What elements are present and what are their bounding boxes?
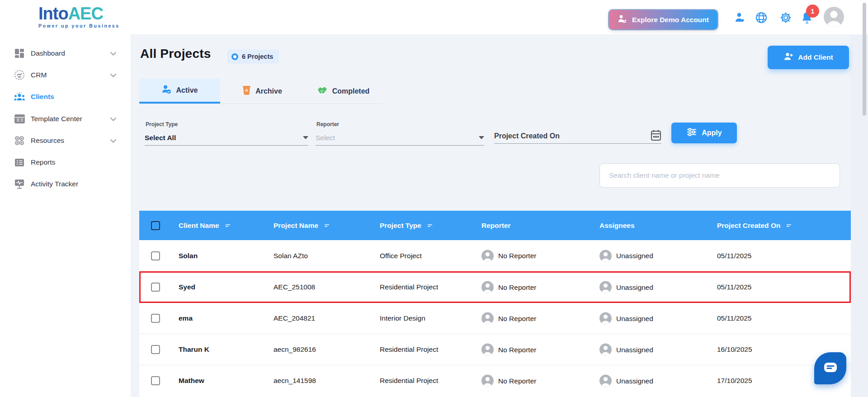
table-row[interactable]: Tharun K aecn_982616 Residential Project… [139,334,851,365]
demo-user-switch-icon [618,14,627,25]
reporter-select[interactable]: Select [316,130,484,146]
sidebar-item-activity-tracker[interactable]: Activity Tracker [0,175,131,193]
project-created-on-datepicker[interactable]: Project Created On [494,128,661,144]
column-header-project-name[interactable]: Project Name [274,222,330,230]
filter-sliders-icon [686,128,697,138]
project-type-cell: Interior Design [380,314,425,322]
project-name-cell: aecn_982616 [274,345,316,354]
chevron-down-icon [110,71,117,79]
table-body: Solan Solan AZto Office Project No Repor… [139,240,851,396]
app-logo[interactable]: IntoAEC Power up your Business [38,5,120,28]
assignee-avatar-icon [599,344,612,356]
assignees-cell: Unassigned [599,344,653,356]
dashboard-icon [14,47,25,59]
select-all-checkbox[interactable] [151,221,160,230]
reporter-cell: No Reporter [481,281,536,293]
apply-filters-button[interactable]: Apply [671,123,737,143]
reporter-value: No Reporter [498,377,536,385]
projects-table: Client Name Project Name Project Type Re… [139,211,851,397]
sidebar-item-label: Template Center [31,115,82,123]
table-row[interactable]: Syed AEC_251008 Residential Project No R… [139,271,851,302]
row-checkbox[interactable] [151,283,160,292]
explore-demo-account-label: Explore Demo Account [632,16,709,24]
assignee-avatar-icon [599,375,612,387]
project-type-cell: Residential Project [380,345,438,354]
sort-icon[interactable] [225,223,231,228]
reporter-avatar-icon [481,250,494,262]
search-input[interactable] [599,163,840,188]
assignees-cell: Unassigned [599,250,653,262]
tab-completed[interactable]: Completed [304,79,382,104]
table-header-row: Client Name Project Name Project Type Re… [139,211,851,240]
apply-label: Apply [702,129,722,137]
client-name-cell: Solan [179,252,198,260]
assignees-value: Unassigned [616,314,653,322]
assignees-cell: Unassigned [599,312,653,325]
project-type-select[interactable]: Select All [145,130,308,146]
sort-icon[interactable] [786,223,792,228]
assignees-value: Unassigned [616,252,653,260]
row-checkbox[interactable] [151,314,160,323]
created-on-cell: 05/11/2025 [717,283,751,291]
sidebar-item-clients[interactable]: Clients [0,88,131,106]
chevron-down-icon [110,49,117,57]
reporter-avatar-icon [481,312,494,325]
project-count-label: 6 Projects [242,53,273,60]
row-checkbox[interactable] [151,376,160,385]
active-person-check-icon [161,85,171,96]
project-name-cell: Solan AZto [274,252,308,260]
sidebar-item-reports[interactable]: Reports [0,153,131,171]
app-window: IntoAEC Power up your Business Explore D… [0,0,868,397]
column-header-project-type[interactable]: Project Type [380,222,433,230]
chat-widget-button[interactable] [814,352,846,384]
sidebar-item-resources[interactable]: Resources [0,132,131,150]
sort-icon[interactable] [324,223,330,228]
row-checkbox[interactable] [151,345,160,354]
reporter-cell: No Reporter [481,375,536,387]
sidebar-item-dashboard[interactable]: Dashboard [0,44,131,62]
tab-active-label: Active [176,86,198,95]
table-row[interactable]: Mathew aecn_141598 Residential Project N… [139,365,851,396]
add-user-icon[interactable] [733,11,747,24]
calendar-icon [651,129,661,143]
row-checkbox[interactable] [151,251,160,260]
explore-demo-account-button[interactable]: Explore Demo Account [609,10,717,29]
tab-active[interactable]: Active [139,79,220,104]
gear-settings-icon[interactable] [779,11,793,24]
logo-tagline: Power up your Business [38,23,120,28]
notification-count-badge[interactable]: 1 [806,5,819,18]
assignees-value: Unassigned [616,377,653,385]
chat-icon [823,362,838,375]
sort-icon[interactable] [427,223,433,228]
created-on-cell: 05/11/2025 [717,252,751,260]
sidebar-item-template-center[interactable]: Template Center [0,110,131,128]
project-status-tabs: Active Archive Completed [139,79,382,104]
assignees-value: Unassigned [616,345,653,354]
created-on-cell: 17/10/2025 [717,377,752,385]
resources-icon [14,135,25,147]
reports-icon [14,156,25,168]
chevron-down-icon [110,115,117,123]
column-header-project-created-on[interactable]: Project Created On [717,222,792,230]
table-row[interactable]: Solan Solan AZto Office Project No Repor… [139,240,851,271]
sidebar-item-label: Activity Tracker [31,180,78,188]
reporter-value: No Reporter [498,314,536,322]
table-row[interactable]: ema AEC_204821 Interior Design No Report… [139,302,851,334]
reporter-select-placeholder: Select [316,134,335,142]
reporter-avatar-icon [481,281,494,293]
ring-icon [231,53,238,60]
reporter-cell: No Reporter [481,312,536,325]
page-title: All Projects [140,47,211,61]
vertical-scrollbar[interactable] [863,3,866,116]
project-type-cell: Office Project [380,252,422,260]
globe-language-icon[interactable] [755,11,768,24]
tab-archive[interactable]: Archive [220,79,304,104]
project-count-badge: 6 Projects [227,49,279,64]
sidebar-item-crm[interactable]: CRM [0,66,131,84]
client-name-cell: Tharun K [179,345,209,354]
column-header-client-name[interactable]: Client Name [179,222,231,230]
client-name-cell: ema [179,314,193,322]
project-type-filter-label: Project Type [146,121,178,128]
user-avatar[interactable] [824,7,844,27]
add-client-button[interactable]: Add Client [768,46,849,69]
